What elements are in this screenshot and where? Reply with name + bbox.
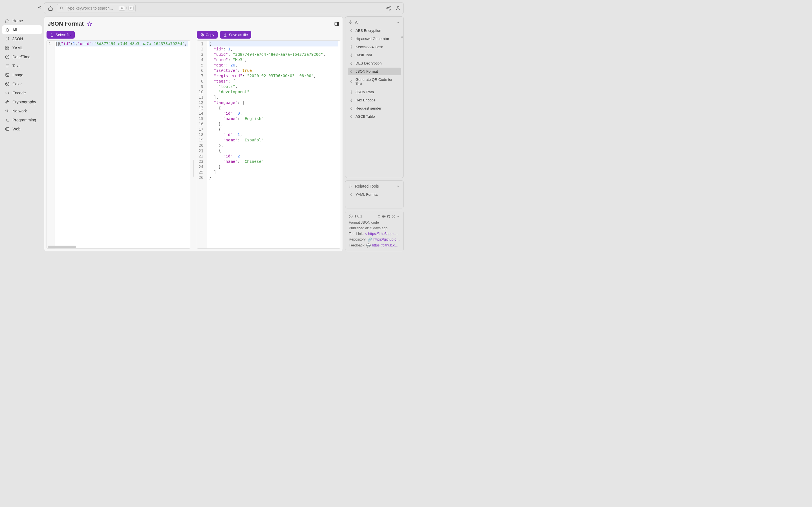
github-icon[interactable] (387, 215, 391, 218)
info-published: Published at: 5 days ago (349, 226, 400, 230)
input-editor-column: Select file 1 {"id":1,"uuid":"3d877494-e… (47, 31, 190, 249)
tool-item-ascii-table[interactable]: ASCII Table (348, 113, 401, 120)
save-as-file-button[interactable]: Save as file (220, 31, 251, 39)
tools-scrollbar[interactable] (401, 36, 403, 38)
svg-rect-18 (337, 22, 339, 25)
tools-panel-header[interactable]: All (348, 19, 401, 27)
tool-item-label: Keccak224 Hash (356, 45, 383, 49)
pin-icon (350, 29, 353, 33)
tool-item-label: Hex Encode (356, 98, 375, 102)
share-button[interactable] (386, 6, 391, 11)
pin-icon (350, 54, 353, 57)
tool-item-label: JSON Format (356, 69, 378, 73)
pin-icon (350, 91, 353, 94)
tool-item-aes-encryption[interactable]: AES Encryption (348, 27, 401, 34)
tool-item-yaml-format[interactable]: YAML Format (348, 191, 401, 198)
repo-link[interactable]: https://github.com… (373, 237, 400, 242)
svg-point-14 (387, 8, 388, 9)
chevron-down-icon (396, 20, 400, 24)
sidebar-item-web[interactable]: Web (2, 124, 42, 133)
tool-item-htpasswd-generator[interactable]: Htpasswd Generator (348, 35, 401, 43)
related-panel-title: Related Tools (355, 184, 379, 188)
page-title: JSON Format (48, 20, 84, 27)
braces-icon (5, 37, 10, 41)
sidebar-item-label: Color (12, 82, 22, 86)
tool-item-generate-qr-code-for-text[interactable]: Generate QR Code for Text (348, 76, 401, 88)
wifi-icon (5, 109, 10, 113)
sidebar-item-text[interactable]: Text (2, 61, 42, 70)
tool-item-label: Hash Tool (356, 53, 372, 57)
plug-icon[interactable] (377, 215, 381, 218)
tool-item-json-path[interactable]: JSON Path (348, 88, 401, 96)
sidebar-item-home[interactable]: Home (2, 16, 42, 25)
svg-rect-1 (8, 46, 9, 48)
globe-icon (5, 127, 10, 131)
collapse-sidebar-button[interactable] (37, 5, 42, 10)
home-button[interactable] (47, 5, 54, 11)
check-icon[interactable] (392, 215, 395, 218)
tool-item-label: DES Decryption (356, 61, 382, 65)
keyboard-shortcut-hint: ⌘ + K (119, 6, 134, 11)
bell-icon (5, 27, 10, 32)
copy-button[interactable]: Copy (197, 31, 218, 39)
tool-item-request-sender[interactable]: Request sender (348, 105, 401, 112)
svg-rect-5 (6, 73, 9, 76)
pin-icon (350, 99, 353, 102)
svg-point-13 (389, 6, 391, 8)
sidebar-item-label: Cryptography (12, 100, 36, 104)
sidebar-item-image[interactable]: Image (2, 70, 42, 79)
input-code-editor[interactable]: 1 {"id":1,"uuid":"3d877494-e7d4-48e3-aa7… (47, 40, 190, 249)
sidebar-item-network[interactable]: Network (2, 107, 42, 115)
pin-icon (350, 37, 353, 41)
info-tool-link: Tool Link: ⎋ https://t.he3app.co… (349, 232, 400, 236)
tool-item-json-format[interactable]: JSON Format (348, 68, 401, 75)
search-box[interactable]: ⌘ + K (57, 4, 136, 12)
sidebar-item-label: JSON (12, 37, 23, 41)
output-editor-column: Copy Save as file 1⌄2345678⌄9101112⌄13⌄1… (197, 31, 341, 249)
sidebar-item-color[interactable]: Color (2, 79, 42, 89)
text-icon (5, 64, 10, 68)
sidebar-item-json[interactable]: JSON (2, 34, 42, 43)
tool-item-label: Htpasswd Generator (356, 37, 389, 41)
info-panel: 1.0.1 Format JSON code Published at: 5 d… (345, 211, 404, 251)
related-panel-header[interactable]: Related Tools (348, 183, 401, 191)
tool-link[interactable]: https://t.he3app.co… (368, 232, 400, 236)
tool-item-label: JSON Path (356, 90, 374, 94)
grid-icon (5, 46, 10, 50)
sidebar-item-label: Date/Time (12, 55, 31, 59)
editor-divider-handle[interactable] (193, 160, 194, 177)
select-file-button[interactable]: Select file (47, 31, 75, 39)
user-button[interactable] (396, 6, 401, 11)
horizontal-scrollbar[interactable] (48, 245, 76, 248)
sidebar-item-label: Home (12, 18, 23, 23)
sidebar-item-cryptography[interactable]: Cryptography (2, 98, 42, 107)
sidebar-item-label: Image (12, 73, 23, 77)
tool-item-des-decryption[interactable]: DES Decryption (348, 59, 401, 67)
sidebar-item-label: Web (12, 127, 20, 131)
tool-item-hash-tool[interactable]: Hash Tool (348, 51, 401, 59)
pin-icon (350, 45, 353, 49)
tool-item-keccak224-hash[interactable]: Keccak224 Hash (348, 43, 401, 51)
chevron-down-icon (396, 184, 400, 188)
svg-point-7 (5, 82, 9, 86)
home-icon (5, 18, 10, 23)
feedback-link[interactable]: https://github.com/… (372, 243, 400, 247)
output-code-editor[interactable]: 1⌄2345678⌄9101112⌄13⌄14151617⌄18192021⌄2… (197, 40, 341, 249)
tool-icon (349, 184, 353, 188)
toggle-right-panel-button[interactable] (334, 21, 339, 26)
sidebar-item-label: Programming (12, 118, 36, 122)
search-input[interactable] (66, 6, 116, 10)
sidebar-item-date-time[interactable]: Date/Time (2, 52, 42, 61)
sidebar-item-encode[interactable]: Encode (2, 89, 42, 98)
sidebar-item-yaml[interactable]: YAML (2, 43, 42, 52)
sidebar-item-label: Text (12, 64, 20, 68)
sidebar-item-all[interactable]: All (2, 25, 42, 34)
chevron-down-icon[interactable] (396, 215, 400, 218)
right-column: All AES EncryptionHtpasswd GeneratorKecc… (345, 16, 404, 251)
tools-panel: All AES EncryptionHtpasswd GeneratorKecc… (345, 16, 404, 178)
favorite-button[interactable] (87, 21, 92, 26)
sidebar-item-label: Encode (12, 91, 26, 95)
tool-item-hex-encode[interactable]: Hex Encode (348, 96, 401, 104)
sidebar-item-programming[interactable]: Programming (2, 115, 42, 124)
globe-icon[interactable] (382, 215, 386, 218)
